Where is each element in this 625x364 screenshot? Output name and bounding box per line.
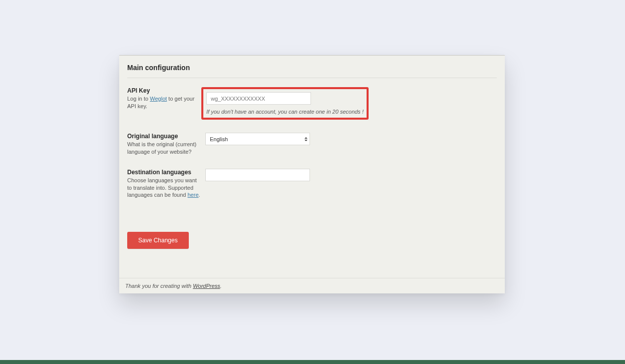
original-language-label: Original language [127, 133, 201, 140]
footer-suffix: . [220, 283, 222, 289]
api-key-input[interactable] [206, 92, 311, 105]
footer-prefix: Thank you for creating with [125, 283, 193, 289]
row-destination-languages: Destination languages Choose languages y… [127, 169, 497, 199]
destination-languages-input[interactable] [205, 169, 310, 181]
api-key-hint: If you don't have an account, you can cr… [206, 109, 364, 115]
destination-languages-label: Destination languages [127, 169, 201, 176]
api-key-desc: Log in to Weglot to get your API key. [127, 95, 201, 110]
api-key-highlight: If you don't have an account, you can cr… [201, 87, 369, 120]
destination-languages-desc: Choose languages you want to translate i… [127, 177, 201, 199]
dest-desc-prefix: Choose languages you want to translate i… [127, 177, 197, 198]
supported-languages-link[interactable]: here [188, 192, 199, 198]
api-key-desc-prefix: Log in to [127, 96, 150, 102]
dest-desc-suffix: . [199, 192, 200, 198]
weglot-link[interactable]: Weglot [150, 96, 167, 102]
original-language-select-wrap [205, 133, 310, 145]
save-changes-button[interactable]: Save Changes [127, 232, 189, 249]
settings-panel: Main configuration API Key Log in to Weg… [119, 55, 505, 293]
row-original-language: Original language What is the original (… [127, 133, 497, 156]
original-language-select[interactable] [205, 133, 310, 145]
section-title: Main configuration [127, 56, 497, 78]
form-area: API Key Log in to Weglot to get your API… [127, 78, 497, 278]
row-api-key: API Key Log in to Weglot to get your API… [127, 87, 497, 120]
bottom-accent-bar [0, 360, 625, 364]
footer: Thank you for creating with WordPress. [119, 278, 505, 293]
wordpress-link[interactable]: WordPress [193, 283, 220, 289]
api-key-label: API Key [127, 87, 201, 94]
original-language-desc: What is the original (current) language … [127, 141, 201, 156]
